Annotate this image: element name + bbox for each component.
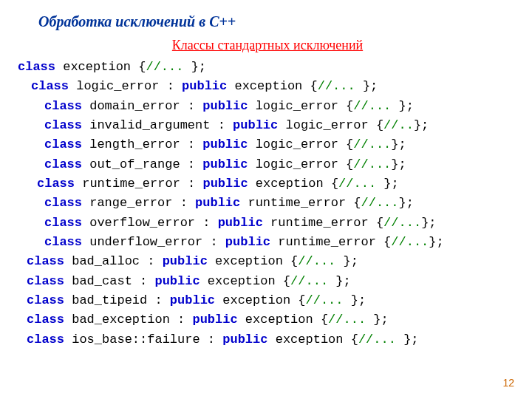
code-seg: }; [399, 196, 414, 210]
code-comment: //... [358, 332, 403, 347]
code-line: class invalid_argument : public logic_er… [44, 116, 517, 135]
code-seg: }; [351, 293, 366, 307]
code-comment: //... [146, 60, 191, 74]
kw-class: class [27, 332, 64, 347]
code-seg: }; [391, 137, 406, 151]
kw-class: class [18, 60, 55, 74]
code-seg: exception { [55, 60, 146, 74]
code-seg: exception { [215, 293, 305, 307]
kw-public: public [218, 216, 263, 230]
code-seg: }; [391, 157, 406, 171]
kw-public: public [202, 157, 248, 171]
code-seg: domain_error : [82, 99, 202, 113]
kw-public: public [202, 99, 248, 113]
kw-public: public [233, 118, 278, 132]
code-seg: exception { [238, 313, 328, 327]
code-line: class out_of_range : public logic_error … [44, 155, 517, 174]
code-seg: runtime_error : [75, 177, 202, 191]
code-line: class bad_alloc : public exception {//..… [27, 252, 517, 271]
kw-class: class [44, 235, 82, 249]
page-number: 12 [502, 377, 514, 389]
code-seg: bad_exception : [64, 313, 192, 327]
code-seg: underflow_error : [82, 235, 225, 249]
code-seg: }; [335, 274, 350, 288]
kw-class: class [44, 157, 82, 171]
code-seg: invalid_argument : [82, 118, 233, 132]
code-comment: //... [298, 254, 343, 268]
code-comment: //... [328, 313, 373, 327]
code-seg: }; [373, 313, 388, 327]
kw-class: class [44, 118, 82, 132]
kw-public: public [163, 254, 208, 268]
code-seg: range_error : [82, 196, 195, 210]
code-seg: exception { [248, 177, 338, 191]
code-seg: }; [363, 79, 378, 93]
code-line: class logic_error : public exception {//… [31, 77, 517, 96]
kw-class: class [44, 216, 82, 230]
code-seg: }; [344, 254, 358, 268]
code-seg: exception { [208, 254, 298, 268]
code-comment: //... [290, 274, 335, 288]
kw-class: class [37, 177, 75, 191]
kw-class: class [44, 137, 82, 151]
code-seg: logic_error { [248, 99, 353, 113]
code-line: class exception {//... }; [18, 58, 517, 77]
kw-class: class [44, 99, 82, 113]
code-seg: length_error : [82, 137, 202, 151]
code-line: class underflow_error : public runtime_e… [44, 233, 517, 252]
code-comment: //... [338, 177, 383, 191]
code-seg: exception { [200, 274, 290, 288]
code-seg: ios_base::failure : [64, 332, 222, 347]
code-comment: //... [383, 216, 421, 230]
kw-class: class [27, 313, 64, 327]
code-comment: //... [305, 293, 350, 307]
code-seg: }; [399, 99, 414, 113]
code-seg: runtime_error { [240, 196, 361, 210]
code-seg: exception { [227, 79, 317, 93]
kw-public: public [182, 79, 227, 93]
kw-public: public [225, 235, 270, 249]
code-block: class exception {//... };class logic_err… [18, 58, 517, 349]
kw-class: class [31, 79, 69, 93]
code-comment: //.. [383, 118, 414, 132]
code-line: class bad_exception : public exception {… [27, 310, 517, 330]
code-seg: logic_error { [248, 157, 353, 171]
code-line: class overflow_error : public runtime_er… [44, 214, 517, 233]
code-comment: //... [353, 99, 398, 113]
code-comment: //... [318, 79, 363, 93]
kw-public: public [192, 313, 237, 327]
code-line: class runtime_error : public exception {… [37, 174, 517, 194]
kw-public: public [195, 196, 240, 210]
kw-public: public [170, 293, 215, 307]
kw-class: class [44, 196, 82, 210]
kw-public: public [222, 332, 267, 347]
code-comment: //... [391, 235, 429, 249]
code-line: class length_error : public logic_error … [44, 135, 517, 154]
code-seg: runtime_error { [263, 216, 383, 230]
code-seg: runtime_error { [270, 235, 391, 249]
slide: Обработка исключений в С++ Классы станда… [0, 0, 532, 399]
code-line: class bad_tipeid : public exception {//.… [27, 291, 517, 310]
code-line: class domain_error : public logic_error … [44, 97, 517, 116]
kw-public: public [202, 137, 248, 151]
slide-title: Обработка исключений в С++ [38, 13, 517, 30]
code-seg: }; [421, 216, 436, 230]
code-seg: logic_error { [248, 137, 353, 151]
code-comment: //... [353, 137, 391, 151]
code-seg: exception { [267, 332, 358, 347]
kw-class: class [27, 293, 64, 307]
kw-class: class [27, 254, 64, 268]
code-seg: }; [191, 60, 206, 74]
code-seg: logic_error : [69, 79, 182, 93]
kw-public: public [202, 177, 248, 191]
code-seg: bad_alloc : [64, 254, 163, 268]
slide-subhead: Классы стандартных исключений [18, 38, 517, 53]
code-seg: bad_cast : [64, 274, 154, 288]
code-seg: bad_tipeid : [64, 293, 170, 307]
kw-class: class [27, 274, 64, 288]
code-seg: overflow_error : [82, 216, 218, 230]
code-comment: //... [361, 196, 399, 210]
code-line: class ios_base::failure : public excepti… [27, 330, 517, 349]
code-seg: }; [403, 332, 418, 347]
code-seg: logic_error { [278, 118, 383, 132]
